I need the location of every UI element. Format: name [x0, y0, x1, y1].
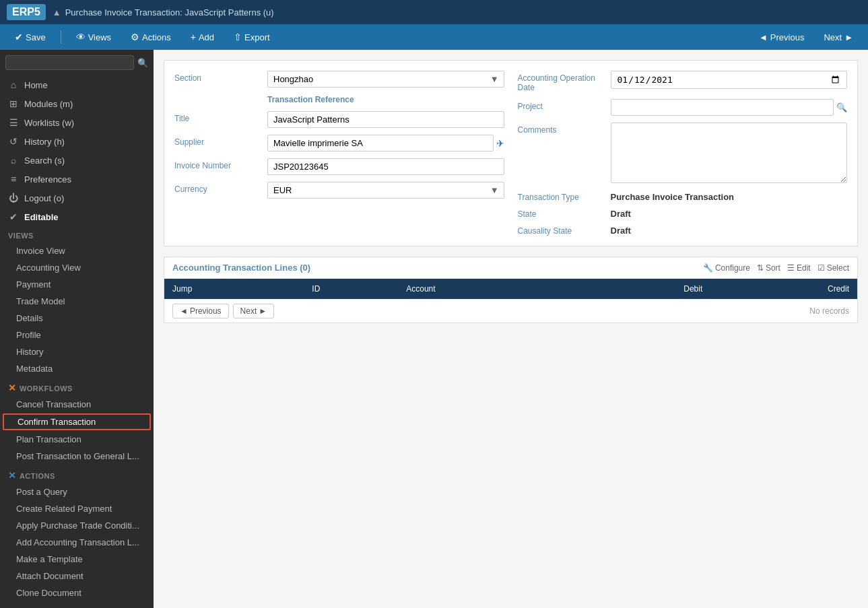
section-field-row: Section Hongzhao ▼ [174, 71, 504, 88]
accounting-lines-pagination: ◄ Previous Next ► No records [164, 299, 857, 323]
edit-icon: ☰ [787, 263, 795, 273]
currency-value: EUR ▼ [267, 182, 504, 199]
check-editable-icon: ✔ [8, 211, 19, 222]
export-button[interactable]: ⇧ Export [226, 28, 278, 46]
accounting-lines-tools: 🔧 Configure ⇅ Sort ☰ Edit ☑ Select [703, 263, 849, 273]
sidebar-item-preferences[interactable]: ≡ Preferences [0, 170, 154, 189]
views-button[interactable]: 👁 Views [68, 28, 119, 46]
sidebar-item-modules[interactable]: ⊞ Modules (m) [0, 94, 154, 113]
search-icon[interactable]: 🔍 [137, 58, 148, 68]
sidebar-item-payment[interactable]: Payment [0, 276, 154, 293]
sidebar-item-attach-document[interactable]: Attach Document [0, 568, 154, 584]
configure-button[interactable]: 🔧 Configure [703, 263, 750, 273]
invoice-number-label: Invoice Number [174, 158, 262, 170]
select-button[interactable]: ☑ Select [817, 263, 849, 273]
sort-button[interactable]: ⇅ Sort [757, 263, 780, 273]
title-label: Title [174, 111, 262, 123]
next-button[interactable]: Next ► [815, 29, 861, 46]
sidebar-item-create-related-payment[interactable]: Create Related Payment [0, 500, 154, 517]
sidebar-item-history[interactable]: ↺ History (h) [0, 132, 154, 151]
left-arrow-icon: ◄ [180, 306, 188, 316]
sidebar-item-trade-model[interactable]: Trade Model [0, 293, 154, 310]
supplier-input[interactable] [267, 135, 494, 151]
project-search-icon[interactable]: 🔍 [836, 102, 847, 112]
sidebar-item-plan-transaction[interactable]: Plan Transaction [0, 431, 154, 448]
edit-button[interactable]: ☰ Edit [787, 263, 811, 273]
supplier-label: Supplier [174, 135, 262, 147]
actions-icon: ✕ [8, 470, 20, 481]
sidebar-search-area: 🔍 [0, 50, 154, 75]
project-input[interactable] [611, 99, 834, 116]
erp5-logo: ERP5 [7, 4, 46, 20]
sidebar-item-editable[interactable]: ✔ Editable [0, 207, 154, 226]
sidebar-item-clone-document[interactable]: Clone Document [0, 584, 154, 601]
top-bar-arrow: ▲ [53, 7, 61, 18]
sidebar-item-post-query[interactable]: Post a Query [0, 483, 154, 500]
save-button[interactable]: ✔ Save [7, 28, 54, 46]
sidebar-item-confirm-transaction[interactable]: Confirm Transaction [3, 413, 151, 430]
section-select[interactable]: Hongzhao [267, 71, 504, 88]
state-value: Draft [611, 209, 631, 219]
sidebar-item-home[interactable]: ⌂ Home [0, 75, 154, 94]
accounting-lines-section: Accounting Transaction Lines (0) 🔧 Confi… [164, 257, 858, 323]
state-row: State Draft [518, 209, 848, 219]
sidebar-item-apply-purchase[interactable]: Apply Purchase Trade Conditi... [0, 517, 154, 534]
sidebar-item-profile[interactable]: Profile [0, 327, 154, 343]
supplier-field-row: Supplier ✈ [174, 135, 504, 151]
causality-value: Draft [611, 226, 631, 236]
actions-button[interactable]: ⚙ Actions [123, 28, 179, 46]
history-icon: ↺ [8, 136, 19, 147]
left-arrow-icon: ◄ [759, 32, 768, 42]
sidebar-item-post-transaction[interactable]: Post Transaction to General L... [0, 448, 154, 465]
sidebar-item-logout[interactable]: ⏻ Logout (o) [0, 189, 154, 207]
sidebar-item-invoice-view[interactable]: Invoice View [0, 242, 154, 259]
col-account: Account [398, 279, 574, 299]
sidebar-item-make-template[interactable]: Make a Template [0, 551, 154, 568]
sidebar-item-accounting-view[interactable]: Accounting View [0, 259, 154, 276]
sidebar-item-worklists[interactable]: ☰ Worklists (w) [0, 113, 154, 132]
eye-icon: 👁 [76, 32, 86, 42]
plus-icon: + [191, 32, 196, 42]
right-arrow-icon: ► [844, 32, 853, 42]
sidebar-item-metadata[interactable]: Metadata [0, 360, 154, 377]
cog-icon: ⚙ [131, 32, 139, 42]
causality-row: Causality State Draft [518, 226, 848, 236]
col-jump: Jump [164, 279, 304, 299]
col-credit: Credit [710, 279, 857, 299]
export-icon: ⇧ [234, 32, 242, 42]
supplier-link-icon[interactable]: ✈ [496, 138, 504, 149]
project-field-row: Project 🔍 [518, 99, 848, 116]
invoice-number-value [267, 158, 504, 175]
acc-op-date-input[interactable] [611, 71, 848, 89]
form-section: Section Hongzhao ▼ [164, 60, 858, 246]
add-button[interactable]: + Add [182, 28, 222, 46]
section-value: Hongzhao ▼ [267, 71, 504, 88]
search-nav-icon: ⌕ [8, 155, 19, 166]
invoice-number-input[interactable] [267, 158, 504, 175]
workflows-section-header: ✕ WORKFLOWS [0, 377, 154, 396]
title-value [267, 111, 504, 128]
comments-label: Comments [518, 123, 605, 135]
no-records-label: No records [809, 306, 849, 316]
currency-select[interactable]: EUR [267, 182, 504, 199]
tx-type-row: Transaction Type Purchase Invoice Transa… [518, 192, 848, 202]
comments-textarea[interactable] [611, 123, 848, 183]
views-section-header: VIEWS [0, 226, 154, 242]
lines-previous-button[interactable]: ◄ Previous [172, 304, 229, 318]
sidebar-item-history-view[interactable]: History [0, 343, 154, 360]
sidebar-item-add-accounting[interactable]: Add Accounting Transaction L... [0, 534, 154, 551]
sidebar-item-details[interactable]: Details [0, 310, 154, 327]
acc-op-date-field-row: Accounting Operation Date [518, 71, 848, 92]
lines-next-button[interactable]: Next ► [233, 304, 275, 318]
currency-label: Currency [174, 182, 262, 194]
section-select-wrap: Hongzhao ▼ [267, 71, 504, 88]
title-input[interactable] [267, 111, 504, 128]
toolbar-sep-1 [61, 30, 61, 44]
configure-icon: 🔧 [703, 263, 713, 273]
previous-button[interactable]: ◄ Previous [751, 29, 812, 46]
search-input[interactable] [5, 55, 134, 70]
sidebar-item-search[interactable]: ⌕ Search (s) [0, 151, 154, 170]
acc-op-date-label: Accounting Operation Date [518, 71, 605, 92]
sidebar-item-cancel-transaction[interactable]: Cancel Transaction [0, 396, 154, 413]
col-id: ID [304, 279, 398, 299]
